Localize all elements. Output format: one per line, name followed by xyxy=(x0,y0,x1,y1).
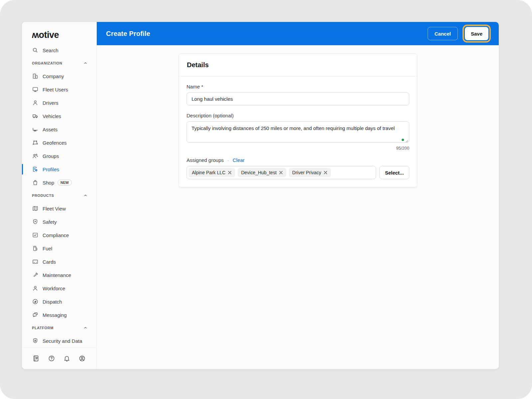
description-textarea[interactable] xyxy=(187,121,409,143)
details-card: Details Name * Description (optional) 95… xyxy=(179,54,417,188)
section-header-organization[interactable]: ORGANIZATION xyxy=(22,57,96,69)
wrench-icon xyxy=(32,272,39,278)
sidebar-item-compliance[interactable]: Compliance xyxy=(22,228,96,242)
app-window: ʍotive Search ORGANIZATION Company xyxy=(22,22,499,369)
remove-chip-icon[interactable] xyxy=(279,171,283,175)
sidebar-item-label: Maintenance xyxy=(43,272,71,278)
messages-icon xyxy=(32,312,39,318)
sidebar-item-assets[interactable]: Assets xyxy=(22,123,96,136)
sidebar-item-label: Search xyxy=(43,48,59,53)
details-card-body: Name * Description (optional) 95/200 Ass… xyxy=(179,76,417,187)
header-actions: Cancel Save xyxy=(428,25,491,43)
assigned-groups-label: Assigned groups xyxy=(187,157,224,163)
sidebar-item-label: Drivers xyxy=(43,100,59,106)
group-chip: Driver Privacy xyxy=(289,168,331,177)
fuel-pump-icon xyxy=(32,245,39,252)
sidebar-item-label: Fleet View xyxy=(43,206,66,211)
company-icon xyxy=(32,73,39,79)
notifications-icon[interactable] xyxy=(63,355,70,362)
sidebar: ʍotive Search ORGANIZATION Company xyxy=(22,22,97,369)
sidebar-item-label: Dispatch xyxy=(43,299,62,305)
cancel-button[interactable]: Cancel xyxy=(428,27,458,40)
sidebar-item-label: Geofences xyxy=(43,140,67,146)
sidebar-item-workforce[interactable]: Workforce xyxy=(22,282,96,295)
truck-icon xyxy=(32,113,39,119)
details-card-header: Details xyxy=(179,54,417,76)
sidebar-item-groups[interactable]: Groups xyxy=(22,149,96,163)
chevron-up-icon xyxy=(83,61,88,66)
resize-handle-icon[interactable] xyxy=(405,139,408,143)
sidebar-item-vehicles[interactable]: Vehicles xyxy=(22,109,96,123)
credit-card-icon xyxy=(32,258,39,265)
map-icon xyxy=(32,205,39,212)
dispatch-compass-icon xyxy=(32,298,39,305)
section-header-products[interactable]: PRODUCTS xyxy=(22,189,96,202)
sidebar-item-messaging[interactable]: Messaging xyxy=(22,308,96,322)
remove-chip-icon[interactable] xyxy=(324,171,328,175)
sidebar-item-safety[interactable]: Safety xyxy=(22,215,96,228)
save-highlight-ring: Save xyxy=(463,25,491,43)
chip-label: Alpine Park LLC xyxy=(192,170,225,175)
sidebar-item-cards[interactable]: Cards xyxy=(22,255,96,268)
sidebar-footer xyxy=(22,347,96,369)
description-label: Description (optional) xyxy=(187,113,409,118)
section-header-platform[interactable]: PLATFORM xyxy=(22,322,96,334)
sidebar-item-dispatch[interactable]: Dispatch xyxy=(22,295,96,308)
account-icon[interactable] xyxy=(78,355,86,362)
person-icon xyxy=(32,285,39,292)
description-field-wrap xyxy=(187,121,409,144)
chip-label: Device_Hub_test xyxy=(241,170,277,175)
help-icon[interactable] xyxy=(48,355,55,362)
name-input[interactable] xyxy=(187,92,409,105)
sidebar-item-company[interactable]: Company xyxy=(22,69,96,83)
sidebar-item-drivers[interactable]: Drivers xyxy=(22,96,96,109)
select-groups-button[interactable]: Select... xyxy=(379,166,409,179)
char-count-ok-indicator xyxy=(402,139,404,141)
chevron-up-icon xyxy=(83,326,88,330)
clear-link[interactable]: Clear xyxy=(233,157,245,163)
new-badge: NEW xyxy=(58,180,72,186)
sidebar-item-label: Shop xyxy=(43,180,54,186)
sidebar-item-profiles[interactable]: Profiles xyxy=(22,163,96,176)
person-icon xyxy=(32,99,39,106)
shield-icon xyxy=(32,218,39,225)
sidebar-item-label: Profiles xyxy=(43,167,59,172)
name-label: Name * xyxy=(187,84,409,89)
sidebar-item-label: Fuel xyxy=(43,246,52,251)
monitor-icon xyxy=(32,86,39,93)
logbook-icon[interactable] xyxy=(33,355,40,362)
trailer-icon xyxy=(32,126,39,133)
save-button[interactable]: Save xyxy=(465,27,488,40)
main-content: Details Name * Description (optional) 95… xyxy=(97,45,499,369)
char-counter: 95/200 xyxy=(187,146,409,151)
page-header: Create Profile Cancel Save xyxy=(97,22,499,45)
sidebar-item-label: Compliance xyxy=(43,232,69,238)
sidebar-item-search[interactable]: Search xyxy=(22,44,96,57)
sidebar-item-maintenance[interactable]: Maintenance xyxy=(22,268,96,282)
sidebar-item-label: Cards xyxy=(43,259,56,265)
sidebar-item-label: Workforce xyxy=(43,286,65,291)
sidebar-item-fleet-users[interactable]: Fleet Users xyxy=(22,83,96,96)
group-chips-input[interactable]: Alpine Park LLC Device_Hub_test xyxy=(187,166,376,179)
page-title: Create Profile xyxy=(106,30,150,38)
sidebar-item-label: Assets xyxy=(43,127,58,132)
separator-dot: · xyxy=(227,157,229,163)
sidebar-item-label: Vehicles xyxy=(43,113,61,119)
sidebar-item-geofences[interactable]: Geofences xyxy=(22,136,96,149)
sidebar-item-fuel[interactable]: Fuel xyxy=(22,242,96,255)
chip-label: Driver Privacy xyxy=(292,170,321,175)
group-chip: Device_Hub_test xyxy=(238,168,286,177)
assigned-groups-row: Assigned groups · Clear xyxy=(187,157,409,163)
sidebar-item-security-and-data[interactable]: Security and Data xyxy=(22,334,96,347)
sidebar-item-label: Messaging xyxy=(43,312,67,318)
sidebar-item-label: Company xyxy=(43,73,64,79)
sidebar-item-fleet-view[interactable]: Fleet View xyxy=(22,202,96,215)
sidebar-item-label: Fleet Users xyxy=(43,87,68,92)
remove-chip-icon[interactable] xyxy=(228,171,232,175)
sidebar-item-label: Safety xyxy=(43,219,57,225)
sidebar-item-shop[interactable]: Shop NEW xyxy=(22,176,96,189)
card-title: Details xyxy=(187,61,409,69)
profile-settings-icon xyxy=(32,166,39,173)
search-icon xyxy=(32,47,39,54)
shield-lock-icon xyxy=(32,337,39,344)
